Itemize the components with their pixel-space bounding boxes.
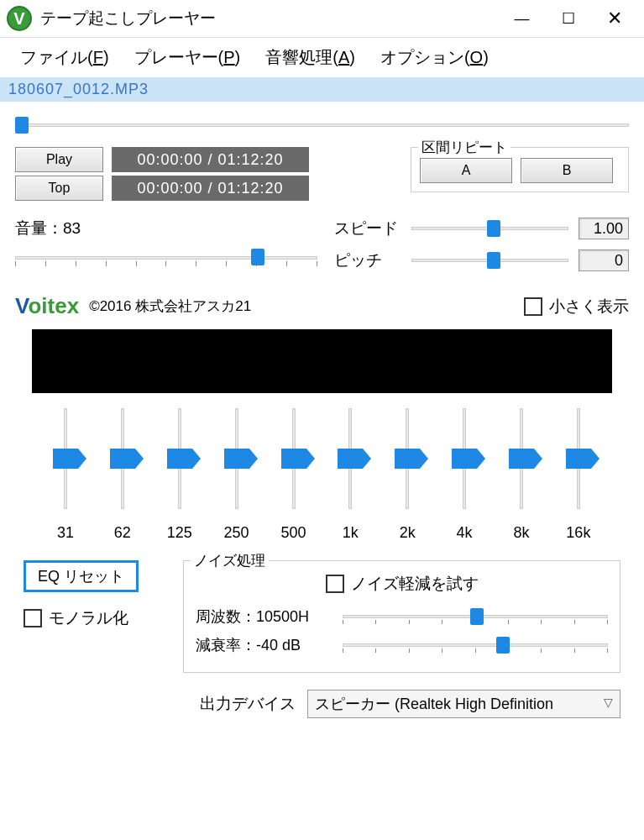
maximize-button[interactable]: ☐ bbox=[545, 2, 591, 35]
eq-slider-16k[interactable] bbox=[566, 408, 591, 509]
noise-atten-slider[interactable] bbox=[343, 635, 608, 655]
eq-slider-8k[interactable] bbox=[509, 408, 534, 509]
eq-label-16k: 16k bbox=[566, 524, 590, 542]
noise-group: ノイズ処理 ノイズ軽減を試す 周波数：10500H 減衰率：-40 dB bbox=[183, 560, 620, 673]
waveform-display bbox=[32, 329, 612, 393]
eq-slider-125[interactable] bbox=[167, 408, 192, 509]
speed-slider[interactable] bbox=[411, 218, 568, 239]
noise-freq-label: 周波数：10500H bbox=[196, 606, 343, 627]
eq-label-125: 125 bbox=[167, 524, 192, 542]
menu-player[interactable]: プレーヤー(P) bbox=[134, 46, 241, 69]
volume-slider[interactable] bbox=[15, 246, 317, 271]
repeat-a-button[interactable]: A bbox=[420, 158, 512, 183]
menubar: ファイル(F) プレーヤー(P) 音響処理(A) オプション(O) bbox=[0, 38, 644, 77]
compact-checkbox[interactable] bbox=[524, 297, 542, 316]
time-display-2: 00:00:00 / 01:12:20 bbox=[112, 176, 309, 201]
chevron-down-icon: ▽ bbox=[604, 696, 613, 709]
eq-slider-4k[interactable] bbox=[452, 408, 477, 509]
eq-label-8k: 8k bbox=[513, 524, 529, 542]
eq-label-62: 62 bbox=[114, 524, 131, 542]
speed-value: 1.00 bbox=[579, 218, 629, 239]
eq-slider-62[interactable] bbox=[110, 408, 135, 509]
brand-logo: Voitex bbox=[15, 293, 79, 319]
mono-checkbox[interactable] bbox=[24, 609, 42, 627]
eq-label-250: 250 bbox=[224, 524, 249, 542]
noise-atten-label: 減衰率：-40 dB bbox=[196, 635, 343, 655]
noise-try-label: ノイズ軽減を試す bbox=[351, 573, 479, 595]
noise-freq-slider[interactable] bbox=[343, 606, 608, 627]
menu-file[interactable]: ファイル(F) bbox=[20, 46, 109, 69]
eq-slider-2k[interactable] bbox=[395, 408, 420, 509]
repeat-group: 区間リピート A B bbox=[411, 147, 629, 192]
window-title: テープ起こしプレーヤー bbox=[40, 8, 499, 29]
eq-label-31: 31 bbox=[57, 524, 74, 542]
speed-label: スピード bbox=[334, 218, 401, 239]
mono-label: モノラル化 bbox=[49, 607, 128, 629]
eq-label-1k: 1k bbox=[343, 524, 359, 542]
menu-audio[interactable]: 音響処理(A) bbox=[265, 46, 355, 69]
eq-slider-500[interactable] bbox=[281, 408, 306, 509]
eq-slider-250[interactable] bbox=[224, 408, 249, 509]
eq-sliders: 31621252505001k2k4k8k16k bbox=[15, 408, 629, 542]
pitch-label: ピッチ bbox=[334, 249, 401, 271]
repeat-legend: 区間リピート bbox=[418, 138, 510, 157]
eq-reset-button[interactable]: EQ リセット bbox=[24, 560, 139, 592]
repeat-b-button[interactable]: B bbox=[521, 158, 613, 183]
compact-label: 小さく表示 bbox=[549, 296, 629, 318]
minimize-button[interactable]: ― bbox=[499, 2, 545, 35]
eq-label-4k: 4k bbox=[457, 524, 473, 542]
time-display-1: 00:00:00 / 01:12:20 bbox=[112, 147, 309, 172]
noise-try-checkbox[interactable] bbox=[326, 575, 344, 593]
copyright-text: ©2016 株式会社アスカ21 bbox=[89, 297, 251, 316]
seek-slider[interactable] bbox=[15, 117, 629, 134]
app-icon: V bbox=[7, 6, 32, 31]
eq-label-500: 500 bbox=[280, 524, 306, 542]
eq-slider-31[interactable] bbox=[53, 408, 78, 509]
output-device-selected: スピーカー (Realtek High Definition bbox=[315, 694, 553, 714]
menu-options[interactable]: オプション(O) bbox=[380, 46, 489, 69]
pitch-slider[interactable] bbox=[411, 250, 568, 270]
play-button[interactable]: Play bbox=[15, 147, 103, 172]
pitch-value: 0 bbox=[579, 249, 629, 271]
volume-label: 音量：83 bbox=[15, 218, 317, 239]
filename-bar: 180607_0012.MP3 bbox=[0, 77, 644, 102]
close-button[interactable]: ✕ bbox=[591, 2, 637, 35]
output-device-label: 出力デバイス bbox=[200, 693, 296, 715]
noise-legend: ノイズ処理 bbox=[191, 551, 269, 570]
top-button[interactable]: Top bbox=[15, 176, 103, 201]
eq-slider-1k[interactable] bbox=[338, 408, 363, 509]
eq-label-2k: 2k bbox=[400, 524, 416, 542]
output-device-select[interactable]: スピーカー (Realtek High Definition ▽ bbox=[307, 690, 620, 718]
titlebar: V テープ起こしプレーヤー ― ☐ ✕ bbox=[0, 0, 644, 38]
